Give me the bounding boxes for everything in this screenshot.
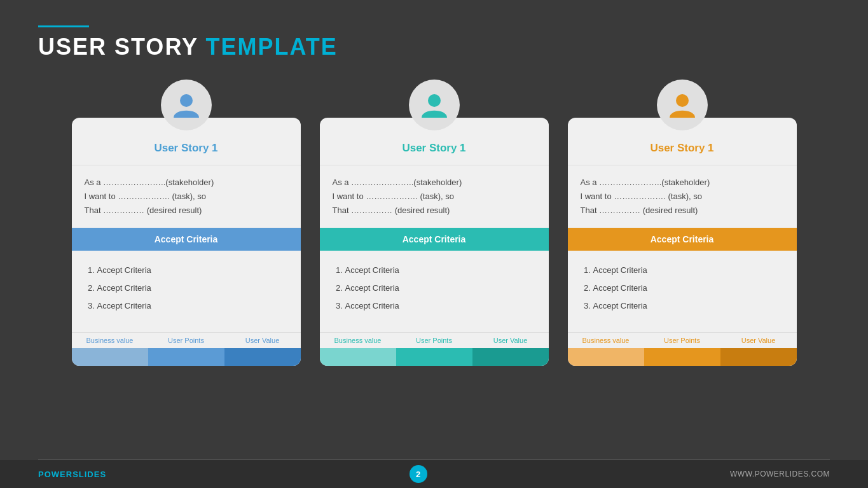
- footer-bars-blue: [72, 348, 301, 366]
- criteria-item: Accept Criteria: [593, 298, 784, 314]
- slide-header: USER STORY TEMPLATE: [38, 25, 830, 60]
- footer-bars-teal: [320, 348, 549, 366]
- footer-bar-1: [72, 348, 148, 366]
- footer-bar-2: [396, 348, 472, 366]
- criteria-list-blue: Accept Criteria Accept Criteria Accept C…: [72, 251, 301, 326]
- card-blue: User Story 1 As a …………………..(stakeholder)…: [72, 118, 301, 366]
- criteria-item: Accept Criteria: [345, 280, 536, 296]
- footer-labels-teal: Business value User Points User Value: [320, 332, 549, 348]
- header-accent-line: [38, 25, 89, 27]
- card-wrapper-blue: User Story 1 As a …………………..(stakeholder)…: [72, 80, 301, 366]
- brand-logo: POWERSLIDES: [38, 470, 106, 479]
- website-url: WWW.POWERLIDES.COM: [730, 470, 830, 478]
- bottom-bar: POWERSLIDES 2 WWW.POWERLIDES.COM: [0, 460, 868, 488]
- criteria-list-teal: Accept Criteria Accept Criteria Accept C…: [320, 251, 549, 326]
- story-line-3: That …………… (desired result): [85, 204, 288, 218]
- criteria-item: Accept Criteria: [593, 280, 784, 296]
- story-line-2: I want to ………………. (task), so: [581, 190, 784, 204]
- story-line-2: I want to ………………. (task), so: [333, 190, 536, 204]
- footer-label-up: User Points: [396, 333, 472, 348]
- card-title-teal: User Story 1: [320, 137, 549, 165]
- footer-bar-3: [472, 348, 549, 366]
- card-wrapper-orange: User Story 1 As a …………………..(stakeholder)…: [568, 80, 797, 366]
- story-line-3: That …………… (desired result): [333, 204, 536, 218]
- presentation-slide: USER STORY TEMPLATE User Story 1 As a ………: [0, 0, 868, 488]
- cards-container: User Story 1 As a …………………..(stakeholder)…: [38, 80, 830, 366]
- card-orange: User Story 1 As a …………………..(stakeholder)…: [568, 118, 797, 366]
- footer-bar-2: [148, 348, 224, 366]
- criteria-item: Accept Criteria: [593, 262, 784, 279]
- avatar-blue: [161, 80, 212, 130]
- footer-bars-orange: [568, 348, 797, 366]
- criteria-item: Accept Criteria: [97, 262, 288, 279]
- footer-bar-2: [644, 348, 720, 366]
- footer-label-uv: User Value: [224, 333, 301, 348]
- card-story-teal: As a …………………..(stakeholder) I want to ………: [320, 165, 549, 225]
- footer-label-up: User Points: [148, 333, 224, 348]
- brand-light: SLIDES: [72, 470, 106, 479]
- criteria-item: Accept Criteria: [97, 280, 288, 296]
- avatar-teal: [409, 80, 460, 130]
- footer-bar-3: [224, 348, 301, 366]
- svg-point-1: [428, 94, 441, 107]
- accept-criteria-header-orange: Accept Criteria: [568, 228, 797, 251]
- footer-labels-orange: Business value User Points User Value: [568, 332, 797, 348]
- footer-bar-3: [720, 348, 797, 366]
- avatar-orange: [657, 80, 708, 130]
- card-wrapper-teal: User Story 1 As a …………………..(stakeholder)…: [320, 80, 549, 366]
- page-number: 2: [410, 465, 427, 483]
- slide-title: USER STORY TEMPLATE: [38, 34, 830, 60]
- criteria-item: Accept Criteria: [345, 298, 536, 314]
- story-line-1: As a …………………..(stakeholder): [85, 176, 288, 190]
- title-part2: TEMPLATE: [205, 34, 337, 60]
- card-teal: User Story 1 As a …………………..(stakeholder)…: [320, 118, 549, 366]
- footer-label-bv: Business value: [320, 333, 396, 348]
- footer-label-bv: Business value: [568, 333, 644, 348]
- card-title-orange: User Story 1: [568, 137, 797, 165]
- title-part1: USER STORY: [38, 34, 198, 60]
- footer-labels-blue: Business value User Points User Value: [72, 332, 301, 348]
- accept-criteria-header-blue: Accept Criteria: [72, 228, 301, 251]
- story-line-2: I want to ………………. (task), so: [85, 190, 288, 204]
- story-line-1: As a …………………..(stakeholder): [333, 176, 536, 190]
- card-title-blue: User Story 1: [72, 137, 301, 165]
- footer-label-uv: User Value: [720, 333, 797, 348]
- footer-bar-1: [320, 348, 396, 366]
- story-line-1: As a …………………..(stakeholder): [581, 176, 784, 190]
- criteria-item: Accept Criteria: [97, 298, 288, 314]
- footer-bar-1: [568, 348, 644, 366]
- brand-bold: POWER: [38, 470, 72, 479]
- accept-criteria-header-teal: Accept Criteria: [320, 228, 549, 251]
- criteria-list-orange: Accept Criteria Accept Criteria Accept C…: [568, 251, 797, 326]
- card-story-orange: As a …………………..(stakeholder) I want to ………: [568, 165, 797, 225]
- svg-point-2: [676, 94, 689, 107]
- criteria-item: Accept Criteria: [345, 262, 536, 279]
- card-story-blue: As a …………………..(stakeholder) I want to ………: [72, 165, 301, 225]
- footer-label-up: User Points: [644, 333, 720, 348]
- story-line-3: That …………… (desired result): [581, 204, 784, 218]
- footer-label-uv: User Value: [472, 333, 549, 348]
- svg-point-0: [180, 94, 193, 107]
- footer-label-bv: Business value: [72, 333, 148, 348]
